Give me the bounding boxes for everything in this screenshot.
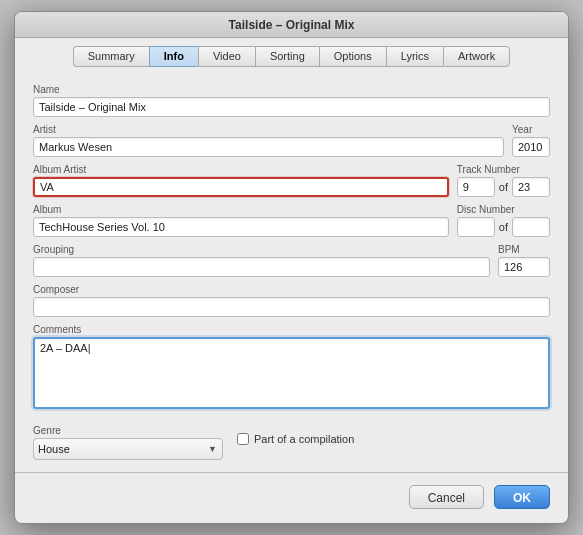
album-artist-label: Album Artist xyxy=(33,164,449,175)
button-row: Cancel OK xyxy=(15,475,568,523)
tab-info[interactable]: Info xyxy=(149,46,198,67)
tab-options[interactable]: Options xyxy=(319,46,386,67)
year-group: Year xyxy=(512,117,550,157)
disc-total-input[interactable] xyxy=(512,217,550,237)
genre-label: Genre xyxy=(33,425,223,436)
compilation-row: Part of a compilation xyxy=(237,433,354,445)
bpm-input[interactable] xyxy=(498,257,550,277)
grouping-input[interactable] xyxy=(33,257,490,277)
comments-label: Comments xyxy=(33,324,550,335)
album-artist-input[interactable] xyxy=(33,177,449,197)
genre-group: Genre House Electronic Techno Trance Pop… xyxy=(33,418,223,460)
artist-group: Artist xyxy=(33,117,504,157)
tab-artwork[interactable]: Artwork xyxy=(443,46,510,67)
album-artist-track-row: Album Artist Track Number of xyxy=(33,157,550,197)
form-content: Name Artist Year Album Artist Track Numb… xyxy=(15,67,568,472)
album-artist-group: Album Artist xyxy=(33,157,449,197)
track-number-label: Track Number xyxy=(457,164,550,175)
track-of-label: of xyxy=(499,181,508,193)
ok-button[interactable]: OK xyxy=(494,485,550,509)
dialog: Tailside – Original Mix Summary Info Vid… xyxy=(14,11,569,524)
titlebar: Tailside – Original Mix xyxy=(15,12,568,38)
artist-input[interactable] xyxy=(33,137,504,157)
window-title: Tailside – Original Mix xyxy=(229,18,355,32)
bpm-group: BPM xyxy=(498,237,550,277)
artist-label: Artist xyxy=(33,124,504,135)
track-number-row: of xyxy=(457,177,550,197)
year-label: Year xyxy=(512,124,550,135)
genre-row: Genre House Electronic Techno Trance Pop… xyxy=(33,418,550,460)
cancel-button[interactable]: Cancel xyxy=(409,485,484,509)
disc-number-row: of xyxy=(457,217,550,237)
track-number-input[interactable] xyxy=(457,177,495,197)
tab-bar: Summary Info Video Sorting Options Lyric… xyxy=(15,38,568,67)
disc-number-group: Disc Number of xyxy=(457,197,550,237)
disc-number-label: Disc Number xyxy=(457,204,550,215)
album-label: Album xyxy=(33,204,449,215)
tab-sorting[interactable]: Sorting xyxy=(255,46,319,67)
bpm-label: BPM xyxy=(498,244,550,255)
name-label: Name xyxy=(33,84,550,95)
tab-summary[interactable]: Summary xyxy=(73,46,149,67)
album-disc-row: Album Disc Number of xyxy=(33,197,550,237)
compilation-label: Part of a compilation xyxy=(254,433,354,445)
album-group: Album xyxy=(33,197,449,237)
genre-select[interactable]: House Electronic Techno Trance Pop Rock xyxy=(33,438,223,460)
tab-video[interactable]: Video xyxy=(198,46,255,67)
compilation-checkbox[interactable] xyxy=(237,433,249,445)
grouping-bpm-row: Grouping BPM xyxy=(33,237,550,277)
composer-input[interactable] xyxy=(33,297,550,317)
track-total-input[interactable] xyxy=(512,177,550,197)
genre-select-wrapper: House Electronic Techno Trance Pop Rock … xyxy=(33,438,223,460)
name-input[interactable] xyxy=(33,97,550,117)
divider xyxy=(15,472,568,473)
track-number-group: Track Number of xyxy=(457,157,550,197)
disc-of-label: of xyxy=(499,221,508,233)
grouping-label: Grouping xyxy=(33,244,490,255)
year-input[interactable] xyxy=(512,137,550,157)
disc-number-input[interactable] xyxy=(457,217,495,237)
composer-label: Composer xyxy=(33,284,550,295)
album-input[interactable] xyxy=(33,217,449,237)
artist-year-row: Artist Year xyxy=(33,117,550,157)
tab-lyrics[interactable]: Lyrics xyxy=(386,46,443,67)
comments-textarea[interactable]: 2A – DAA| xyxy=(33,337,550,409)
grouping-group: Grouping xyxy=(33,237,490,277)
